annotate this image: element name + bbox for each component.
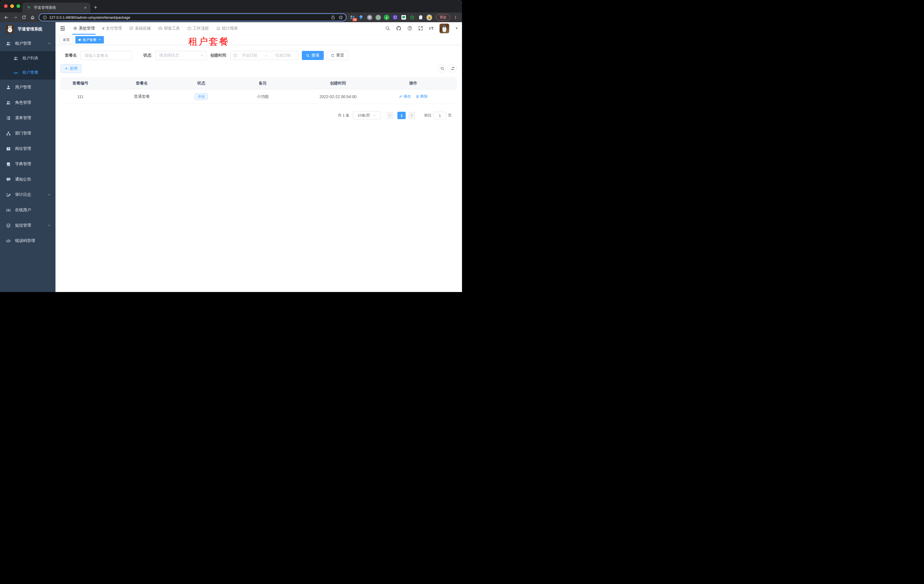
sidebar-item-tenant-mgmt[interactable]: 租户管理 — [0, 36, 56, 51]
prev-page-button[interactable] — [387, 112, 393, 119]
profile-avatar-icon[interactable] — [426, 15, 432, 20]
search-icon[interactable] — [385, 26, 390, 31]
delete-link[interactable]: 删除 — [416, 94, 427, 99]
extension-command-icon[interactable]: ⌘ — [367, 15, 372, 20]
active-tag-dot — [79, 39, 81, 41]
main-area: 系统管理 ¥ 支付管理 基础设施 研发工具 — [56, 22, 462, 292]
font-size-icon[interactable]: тT — [429, 26, 434, 31]
close-window-button[interactable] — [4, 4, 8, 8]
sidebar: 芋道管理系统 租户管理 租户列表 — [0, 22, 56, 292]
edit-link[interactable]: 修改 — [399, 94, 411, 99]
app-title: 芋道管理系统 — [18, 26, 42, 32]
top-menu-dev-tools[interactable]: 研发工具 — [155, 22, 183, 35]
sidebar-item-dept-mgmt[interactable]: 部门管理 — [0, 126, 56, 141]
url-bar[interactable]: 127.0.0.1:48080/admin-ui/system/tenant/p… — [39, 13, 346, 21]
sidebar-item-dict-mgmt[interactable]: 字典管理 — [0, 156, 56, 172]
sidebar-item-user-mgmt[interactable]: 用户管理 — [0, 80, 56, 95]
top-menu-payment[interactable]: ¥ 支付管理 — [99, 22, 125, 35]
goto-page-input[interactable] — [434, 112, 446, 119]
badge-icon — [6, 146, 11, 151]
logo-rabbit-image — [6, 25, 14, 33]
sidebar-item-online-user[interactable]: 在线用户 — [0, 202, 56, 218]
sidebar-item-post-mgmt[interactable]: 岗位管理 — [0, 141, 56, 156]
workflow-icon — [187, 26, 191, 30]
app-header: 系统管理 ¥ 支付管理 基础设施 研发工具 — [56, 22, 462, 35]
search-button[interactable]: 搜索 — [302, 51, 324, 60]
sidebar-toggle-icon[interactable] — [56, 26, 69, 31]
top-menu-infrastructure[interactable]: 基础设施 — [125, 22, 155, 35]
minimize-window-button[interactable] — [10, 4, 14, 8]
sidebar-item-sms-mgmt[interactable]: 短信管理 — [0, 218, 56, 233]
tag-close-icon[interactable]: × — [99, 38, 101, 42]
sidebar-item-tenant-package[interactable]: 租户套餐 — [0, 66, 56, 80]
reset-button[interactable]: 重置 — [327, 51, 348, 60]
site-info-icon[interactable] — [43, 15, 47, 20]
extension-gem-icon[interactable] — [358, 15, 364, 20]
back-icon[interactable] — [4, 15, 9, 20]
extensions-row: 10 ⌘ y 更新 — [350, 13, 457, 22]
extension-star-icon[interactable] — [409, 15, 415, 20]
extensions-puzzle-icon[interactable] — [418, 15, 424, 20]
add-button[interactable]: 新增 — [61, 64, 81, 73]
avatar-caret-icon[interactable]: ▼ — [455, 27, 458, 30]
top-menu-system[interactable]: 系统管理 — [69, 22, 99, 35]
create-time-label: 创建时间 — [210, 53, 226, 58]
github-icon[interactable] — [396, 26, 401, 31]
extension-grid-icon[interactable]: 10 — [350, 15, 355, 20]
next-page-button[interactable] — [408, 112, 415, 119]
status-badge: 开启 — [195, 93, 208, 100]
reload-icon[interactable] — [21, 15, 26, 20]
sidebar-item-audit-log[interactable]: 审计日志 — [0, 187, 56, 202]
edit-pencil-icon — [399, 95, 403, 99]
share-icon[interactable] — [331, 15, 335, 20]
top-menu-workflow[interactable]: 工作流程 — [183, 22, 213, 35]
sidebar-item-tenant-list[interactable]: 租户列表 — [0, 51, 56, 66]
package-name-input[interactable] — [81, 51, 132, 60]
extension-record-icon[interactable] — [375, 15, 381, 20]
sidebar-item-notice[interactable]: 通知公告 — [0, 172, 56, 187]
extension-shield-icon[interactable] — [392, 15, 398, 20]
page-number-1[interactable]: 1 — [398, 112, 406, 119]
url-text[interactable]: 127.0.0.1:48080/admin-ui/system/tenant/p… — [49, 15, 331, 20]
refresh-table-button[interactable] — [449, 64, 457, 72]
date-range-picker[interactable]: 开始日期 - 结束日期 — [230, 51, 299, 60]
extension-chat-icon[interactable] — [401, 15, 406, 20]
new-tab-button[interactable]: + — [94, 3, 97, 12]
end-date-placeholder[interactable]: 结束日期 — [271, 53, 295, 58]
top-menu-reports[interactable]: 统计报表 — [213, 22, 241, 35]
tab-close-icon[interactable]: × — [83, 5, 87, 10]
tree-icon — [6, 116, 11, 120]
col-header-package-name: 套餐名 — [100, 81, 183, 86]
code-icon — [6, 239, 11, 243]
bookmark-star-icon[interactable] — [338, 15, 343, 20]
help-icon[interactable] — [408, 26, 412, 31]
show-search-toggle-button[interactable] — [438, 64, 446, 72]
start-date-placeholder[interactable]: 开始日期 — [237, 53, 262, 58]
zoom-window-button[interactable] — [16, 4, 20, 8]
forward-icon[interactable] — [13, 15, 18, 20]
chrome-update-button[interactable]: 更新 — [436, 14, 450, 21]
fullscreen-icon[interactable] — [418, 26, 423, 31]
page-unit-label: 页 — [448, 113, 452, 118]
tab-title: 芋道管理系统 — [34, 5, 83, 10]
users-icon — [13, 56, 18, 61]
chevron-down-icon — [373, 114, 376, 117]
trash-icon — [416, 95, 419, 99]
status-select[interactable]: 请选择状态 — [155, 51, 207, 60]
pagination-total: 共 1 条 — [338, 113, 349, 118]
user-avatar[interactable] — [439, 24, 449, 33]
browser-tab[interactable]: 芋道管理系统 × — [22, 3, 91, 13]
sidebar-item-error-code-mgmt[interactable]: 错误码管理 — [0, 233, 56, 248]
extension-y-icon[interactable]: y — [384, 15, 389, 20]
tag-home[interactable]: 首页 — [60, 36, 73, 43]
home-icon[interactable] — [30, 15, 35, 20]
cell-remark: 小功能 — [219, 94, 306, 99]
sidebar-item-menu-mgmt[interactable]: 菜单管理 — [0, 110, 56, 126]
browser-menu-kebab-icon[interactable]: ⋮ — [454, 15, 457, 20]
sidebar-logo-row[interactable]: 芋道管理系统 — [0, 22, 56, 36]
col-header-status: 状态 — [183, 81, 219, 86]
sidebar-item-role-mgmt[interactable]: 角色管理 — [0, 95, 56, 110]
page-size-select[interactable]: 10条/页 — [353, 112, 381, 119]
tag-tenant-package[interactable]: 租户套餐 × — [75, 36, 104, 43]
tab-favicon-seedling-icon — [27, 5, 31, 10]
